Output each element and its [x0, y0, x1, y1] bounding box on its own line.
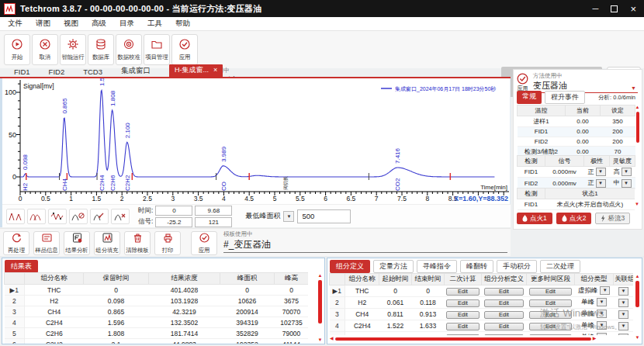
dropdown-arrow-button[interactable]: ▼	[596, 168, 606, 176]
menu-advanced[interactable]: 高级	[92, 19, 106, 29]
edit-button[interactable]: Edit	[484, 334, 525, 336]
table-row[interactable]: FID2未点火(未开启自动点火)	[518, 210, 635, 211]
ignite-1-button[interactable]: 点火1	[517, 213, 552, 224]
minimize-icon[interactable]: ─	[593, 5, 599, 13]
peak-merge-icon[interactable]	[27, 209, 46, 224]
database-button[interactable]: 数据库	[88, 34, 114, 65]
baseline-zigzag-icon[interactable]	[48, 209, 67, 224]
edit-button[interactable]: Edit	[446, 299, 479, 307]
chevron-down-icon[interactable]: ▼	[631, 85, 636, 91]
peak-reject-icon[interactable]	[69, 209, 88, 224]
dropdown-arrow-button[interactable]: ▼	[618, 299, 628, 307]
tab-tcd3[interactable]: TCD3	[83, 67, 102, 77]
edit-button[interactable]: Edit	[529, 288, 572, 296]
edit-button[interactable]: Edit	[446, 323, 479, 330]
reprocess-button[interactable]: 再处理	[3, 231, 29, 255]
close-tab-icon[interactable]: ×	[213, 67, 217, 74]
scroll-up-icon[interactable]: ▲	[318, 273, 323, 279]
table-row[interactable]: ▶1THC0401.402800	[5, 285, 309, 296]
edit-button[interactable]: Edit	[484, 288, 525, 296]
time-to-field[interactable]: 9.68	[195, 206, 232, 216]
scroll-right-icon[interactable]: ▶	[593, 336, 597, 341]
clear-template-button[interactable]: 清除模板	[124, 231, 151, 255]
method-dropdown[interactable]: 方法使用中 变压器油 ▼	[533, 72, 638, 93]
print-button[interactable]: 打印	[154, 231, 181, 255]
edit-button[interactable]: Edit	[529, 311, 572, 319]
table-row[interactable]: ▶1THC00EditEditEdit虚拟峰▼▼	[330, 285, 634, 297]
tab-temp-program[interactable]: 程升事件	[545, 91, 585, 104]
scroll-down-icon[interactable]: ▼	[635, 202, 639, 207]
time-from-field[interactable]: 0	[155, 206, 192, 216]
menu-spectrum[interactable]: 谱图	[36, 19, 50, 29]
scroll-down-icon[interactable]: ▼	[318, 337, 323, 343]
tab-component-definition[interactable]: 组分定义	[330, 260, 370, 273]
table-row[interactable]: FID1未点火(未开启自动点火)	[518, 199, 635, 210]
dropdown-arrow-button[interactable]: ▼	[621, 179, 632, 188]
table-row[interactable]: 3CH40.86542.321920091470070	[5, 306, 309, 317]
smart-run-button[interactable]: 智能运行	[60, 34, 86, 65]
dropdown-arrow-button[interactable]: ▼	[597, 298, 607, 306]
dropdown-arrow-button[interactable]: ▼	[597, 321, 607, 330]
start-button[interactable]: 开始	[4, 34, 30, 65]
table-row[interactable]: 4C2H41.5221.633EditEditEdit单峰▼▼	[330, 320, 634, 332]
chevron-down-icon[interactable]: ▼	[283, 211, 294, 222]
edit-button[interactable]: Edit	[529, 299, 572, 307]
signal-from-field[interactable]: -25.2	[155, 217, 192, 227]
scroll-up-icon[interactable]: ▲	[635, 274, 640, 279]
table-row[interactable]: 2H20.0610.118EditEditEdit单峰▼▼	[330, 297, 634, 309]
tab-h-integration-active[interactable]: H-集成窗... ×	[169, 64, 223, 77]
dropdown-arrow-button[interactable]: ▼	[596, 179, 606, 188]
edit-button[interactable]: Edit	[484, 299, 525, 307]
tab-peak-search[interactable]: 寻峰指令	[417, 260, 457, 273]
signal-to-field[interactable]: 121	[195, 217, 232, 227]
close-icon[interactable]: ×	[630, 4, 636, 14]
dropdown-arrow-button[interactable]: ▼	[618, 310, 628, 319]
dropdown-arrow-button[interactable]: ▼	[618, 322, 628, 330]
chromatogram-chart[interactable]: 05010000.511.522.533.544.555.566.577.588…	[2, 78, 511, 204]
tab-integration-window[interactable]: 集成窗口	[121, 66, 151, 77]
project-manage-button[interactable]: 项目管理	[144, 34, 170, 65]
scroll-up-icon[interactable]: ▲	[635, 105, 640, 110]
edit-button[interactable]: Edit	[446, 288, 479, 296]
table-row[interactable]: 5C2H61.7421.863EditEditEdit单峰▼▼	[330, 332, 634, 336]
edit-button[interactable]: Edit	[484, 311, 525, 319]
tab-quantify-method[interactable]: 定量方法	[373, 260, 414, 273]
data-calibration-button[interactable]: 数据校准	[116, 34, 142, 65]
edit-button[interactable]: Edit	[484, 323, 525, 330]
dropdown-arrow-button[interactable]: ▼	[621, 168, 632, 176]
edit-button[interactable]: Edit	[446, 334, 479, 336]
table-row[interactable]: 3CH40.8110.913EditEditEdit单峰▼▼	[330, 309, 634, 320]
temp-scrollbar[interactable]: ▲	[635, 105, 640, 151]
dropdown-arrow-button[interactable]: ▼	[600, 286, 610, 295]
tab-fid2[interactable]: FID2	[49, 67, 65, 77]
scroll-left-icon[interactable]: ◀	[330, 336, 334, 341]
edit-button[interactable]: Edit	[529, 334, 572, 336]
menu-view[interactable]: 视图	[64, 19, 78, 29]
scrollbar-thumb[interactable]	[635, 281, 639, 307]
cancel-button[interactable]: 取消	[32, 34, 58, 65]
definition-horizontal-scrollbar[interactable]: ◀ ▶	[330, 336, 632, 341]
apply-check-icon[interactable]: 应用	[517, 73, 528, 92]
scrollbar-thumb[interactable]	[636, 112, 639, 143]
table-row[interactable]: FID20.00200	[518, 137, 635, 147]
result-analysis-button[interactable]: 结果分析	[64, 231, 90, 255]
peak-end-marker-icon[interactable]	[111, 209, 130, 224]
table-row[interactable]: 4C2H41.596132.3502394319102735	[5, 317, 309, 328]
table-row[interactable]: 5C2H61.808181.741435282979000	[5, 328, 309, 339]
min-peak-area-input[interactable]: 500	[297, 209, 351, 223]
dropdown-arrow-button[interactable]: ▼	[618, 334, 628, 335]
ignite-2-button[interactable]: 点火2	[556, 213, 592, 224]
tab-general[interactable]: 常规	[517, 91, 542, 104]
table-row[interactable]: FID10.00200	[518, 127, 635, 137]
table-row[interactable]: FID10.000mv正▼高▼	[518, 167, 635, 178]
scroll-down-icon[interactable]: ▼	[635, 335, 640, 341]
tab-secondary-processing[interactable]: 二次处理	[540, 260, 580, 273]
results-vertical-scrollbar[interactable]: ▲ ▼	[317, 273, 324, 343]
menu-help[interactable]: 帮助	[175, 19, 190, 29]
scrollbar-thumb[interactable]	[335, 337, 591, 341]
menu-catalog[interactable]: 目录	[119, 19, 134, 29]
tab-manual-integration[interactable]: 手动积分	[497, 260, 537, 273]
table-row[interactable]: 进样10.00350	[518, 116, 635, 127]
component-fill-button[interactable]: 组分填充	[94, 231, 120, 255]
dropdown-arrow-button[interactable]: ▼	[618, 287, 628, 296]
